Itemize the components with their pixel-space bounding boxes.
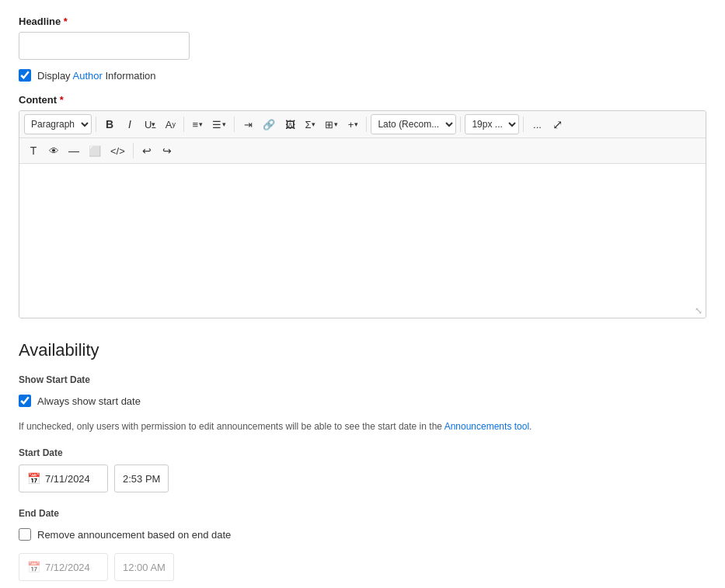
- always-show-checkbox[interactable]: [19, 395, 31, 407]
- always-show-row: Always show start date: [19, 395, 706, 407]
- remove-end-date-checkbox[interactable]: [19, 528, 31, 541]
- more-options-button[interactable]: ...: [528, 114, 546, 134]
- end-date-picker[interactable]: 📅 7/12/2024: [19, 553, 108, 581]
- start-date-section: Start Date 📅 7/11/2024 2:53 PM: [19, 447, 706, 492]
- editor-content-area[interactable]: [19, 164, 706, 304]
- strikethrough-button[interactable]: Ay: [161, 114, 180, 134]
- end-date-value: 7/12/2024: [45, 562, 99, 573]
- start-time-picker[interactable]: 2:53 PM: [114, 464, 169, 492]
- indent-button[interactable]: ⇥: [239, 114, 257, 134]
- content-field: Content * Paragraph B I U▾ Ay ≡▾ ☰▾ ⇥ 🔗 …: [19, 94, 706, 318]
- divider2: [183, 117, 184, 132]
- fullscreen-button[interactable]: ⤢: [548, 114, 566, 134]
- headline-required-star: *: [61, 16, 68, 27]
- divider6: [523, 117, 524, 132]
- divider3: [234, 117, 235, 132]
- rich-text-editor: Paragraph B I U▾ Ay ≡▾ ☰▾ ⇥ 🔗 🖼 Σ▾ ⊞▾ +▾…: [19, 110, 706, 318]
- end-calendar-icon: 📅: [27, 561, 40, 573]
- start-date-picker[interactable]: 📅 7/11/2024: [19, 464, 108, 492]
- remove-end-date-label[interactable]: Remove announcement based on end date: [37, 529, 231, 541]
- font-size-select[interactable]: 19px ...: [465, 114, 519, 134]
- underline-button[interactable]: U▾: [141, 114, 159, 134]
- end-date-row: 📅 7/12/2024 12:00 AM: [19, 553, 706, 581]
- table-button[interactable]: ⊞▾: [321, 114, 342, 134]
- formula-button[interactable]: Σ▾: [301, 114, 319, 134]
- visibility-button[interactable]: 👁: [44, 141, 63, 161]
- always-show-label[interactable]: Always show start date: [37, 395, 141, 407]
- start-time-value: 2:53 PM: [123, 473, 160, 485]
- toolbar-row1: Paragraph B I U▾ Ay ≡▾ ☰▾ ⇥ 🔗 🖼 Σ▾ ⊞▾ +▾…: [19, 111, 706, 138]
- info-text: If unchecked, only users with permission…: [19, 419, 706, 433]
- divider5: [460, 117, 461, 132]
- italic-button[interactable]: I: [120, 114, 139, 134]
- bold-button[interactable]: B: [100, 114, 119, 134]
- availability-title: Availability: [19, 340, 706, 360]
- image-button[interactable]: 🖼: [281, 114, 299, 134]
- link-button[interactable]: 🔗: [259, 114, 279, 134]
- start-date-label: Start Date: [19, 447, 706, 458]
- align-button[interactable]: ≡▾: [188, 114, 207, 134]
- start-date-value: 7/11/2024: [45, 473, 99, 485]
- show-start-date-label: Show Start Date: [19, 374, 706, 385]
- availability-section: Availability Show Start Date Always show…: [19, 340, 706, 581]
- undo-button[interactable]: ↩: [138, 141, 156, 161]
- font-family-select[interactable]: Lato (Recom...: [371, 114, 456, 134]
- start-date-row: 📅 7/11/2024 2:53 PM: [19, 464, 706, 492]
- paragraph-select[interactable]: Paragraph: [24, 114, 92, 134]
- end-time-value: 12:00 AM: [123, 562, 166, 573]
- show-start-date-section: Show Start Date Always show start date I…: [19, 374, 706, 433]
- divider1: [96, 117, 96, 132]
- divider4: [366, 117, 367, 132]
- add-button[interactable]: +▾: [343, 114, 362, 134]
- calendar-icon: 📅: [27, 472, 40, 485]
- end-time-picker[interactable]: 12:00 AM: [114, 553, 174, 581]
- end-date-label: End Date: [19, 508, 706, 519]
- headline-field: Headline *: [19, 16, 706, 60]
- resize-handle: ⤡: [19, 304, 706, 318]
- display-author-checkbox[interactable]: [19, 69, 31, 82]
- hr-button[interactable]: —: [64, 141, 83, 161]
- embed-button[interactable]: ⬜: [85, 141, 105, 161]
- redo-button[interactable]: ↪: [158, 141, 176, 161]
- display-author-row: Display Author Information: [19, 69, 706, 82]
- announcements-link[interactable]: Announcements tool: [444, 421, 529, 432]
- end-date-section: End Date Remove announcement based on en…: [19, 508, 706, 581]
- headline-input[interactable]: [19, 32, 190, 60]
- list-button[interactable]: ☰▾: [208, 114, 230, 134]
- divider7: [133, 143, 134, 158]
- toolbar-row2: T 👁 — ⬜ </> ↩ ↪: [19, 138, 706, 164]
- format-button[interactable]: T: [24, 141, 43, 161]
- paragraph-dropdown-group: Paragraph: [24, 114, 92, 134]
- content-required-star: *: [57, 94, 64, 106]
- content-label: Content *: [19, 94, 706, 106]
- display-author-label[interactable]: Display Author Information: [37, 70, 156, 82]
- headline-label: Headline *: [19, 16, 706, 27]
- code-button[interactable]: </>: [106, 141, 129, 161]
- remove-end-date-row: Remove announcement based on end date: [19, 528, 706, 541]
